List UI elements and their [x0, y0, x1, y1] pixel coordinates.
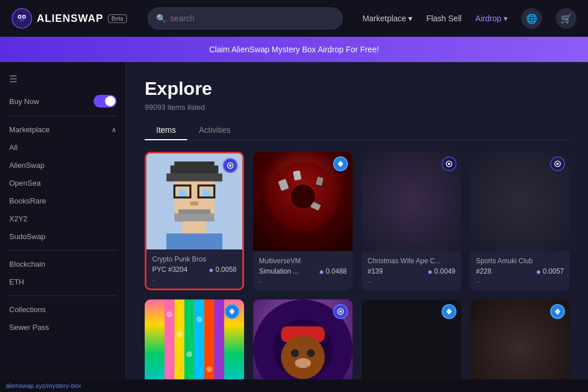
nft-collection-0: Crypto Punk Bros	[152, 255, 237, 263]
globe-button[interactable]: 🌐	[521, 8, 542, 29]
nft-collection-3: Sports Amuki Club	[476, 257, 564, 265]
sidebar-item-all[interactable]: All	[0, 139, 126, 156]
svg-point-39	[167, 312, 172, 317]
svg-point-49	[291, 349, 299, 358]
nft-dash-2: –	[368, 278, 455, 286]
svg-point-6	[20, 20, 24, 22]
statusbar: alienswap.xyz/mystery-box	[0, 379, 588, 392]
svg-rect-20	[167, 233, 222, 249]
svg-point-48	[281, 335, 324, 379]
sidebar-item-sudoswap[interactable]: SudoSwap	[0, 228, 126, 245]
svg-point-4	[19, 16, 21, 18]
nft-card-6[interactable]	[362, 299, 461, 392]
sidebar-divider-3	[9, 295, 117, 296]
nft-card-2[interactable]: Christmas Wife Ape C... #139 ◆ 0.0049 –	[362, 152, 461, 290]
nft-card-3[interactable]: Sports Amuki Club #228 ◆ 0.0057 –	[470, 152, 570, 290]
nft-image-6	[362, 299, 461, 392]
chain-badge-2	[442, 156, 457, 171]
sidebar-item-booksrare[interactable]: BooksRare	[0, 192, 126, 210]
chain-badge-4	[225, 304, 239, 319]
sidebar-item-alienswap[interactable]: AlienSwap	[0, 156, 126, 174]
chain-badge-3	[550, 156, 565, 171]
nft-image-5	[253, 299, 353, 392]
sidebar-item-eth[interactable]: ETH	[0, 273, 126, 291]
sidebar-item-blockchain[interactable]: Blockchain	[0, 255, 126, 273]
svg-rect-35	[184, 299, 194, 392]
tab-items[interactable]: Items	[145, 121, 187, 140]
chevron-down-icon: ▾	[408, 14, 412, 23]
nav-links: Marketplace ▾ Flash Sell Airdrop ▾ 🌐 🛒	[362, 8, 577, 29]
nft-card-7[interactable]	[470, 299, 570, 392]
logo-icon	[11, 8, 32, 29]
nft-bottom-3: #228 ◆ 0.0057	[476, 267, 564, 275]
svg-rect-10	[167, 174, 222, 182]
nft-grid: Crypto Punk Bros PYC #3204 ◆ 0.0058 –	[145, 152, 570, 392]
svg-point-5	[24, 16, 25, 18]
svg-point-30	[448, 163, 450, 165]
page-title: Explore	[145, 78, 570, 99]
sidebar-item-marketplace[interactable]: Marketplace ∧	[0, 121, 126, 139]
nft-image-3	[470, 152, 570, 251]
tab-activities[interactable]: Activities	[187, 121, 242, 140]
chain-badge-1	[333, 156, 348, 171]
nft-info-2: Christmas Wife Ape C... #139 ◆ 0.0049 –	[362, 251, 461, 290]
logo-area[interactable]: ALIENSWAP Beta	[11, 8, 127, 29]
nft-price-3: ◆ 0.0057	[536, 267, 564, 275]
svg-point-22	[229, 164, 231, 167]
svg-rect-12	[179, 190, 187, 198]
sidebar-item-sewer-pass[interactable]: Sewer Pass	[0, 318, 126, 336]
nft-image-2	[362, 152, 461, 251]
nft-dash-1: –	[259, 278, 347, 286]
nft-price-0: ◆ 0.0058	[209, 266, 237, 274]
nft-id-2: #139	[368, 267, 383, 275]
nft-card-5[interactable]	[253, 299, 353, 392]
svg-rect-36	[195, 299, 204, 392]
menu-icon[interactable]: ☰	[9, 74, 17, 84]
nft-card-1[interactable]: MultiverseVM Simulation ... ◆ 0.0488 –	[253, 152, 353, 290]
svg-point-53	[339, 310, 342, 313]
items-count: 99093 items listed	[145, 103, 570, 112]
status-url: alienswap.xyz/mystery-box	[6, 382, 81, 389]
chevron-down-icon: ▾	[504, 14, 508, 23]
search-bar[interactable]: 🔍	[148, 7, 343, 29]
svg-rect-37	[204, 299, 214, 392]
nft-card-0[interactable]: Crypto Punk Bros PYC #3204 ◆ 0.0058 –	[145, 152, 244, 290]
svg-rect-16	[191, 202, 199, 206]
main-layout: ☰ Buy Now Marketplace ∧ All AlienSwap Op…	[0, 62, 588, 392]
sidebar-item-opensea[interactable]: OpenSea	[0, 174, 126, 192]
nft-image-4	[145, 299, 244, 392]
svg-rect-9	[171, 166, 219, 174]
flash-sell-nav-link[interactable]: Flash Sell	[426, 14, 461, 23]
sidebar-item-x2y2[interactable]: X2Y2	[0, 210, 126, 228]
eth-icon-3: ◆	[536, 268, 541, 275]
marketplace-nav-link[interactable]: Marketplace ▾	[362, 14, 412, 23]
buy-now-toggle[interactable]	[94, 95, 117, 107]
nft-price-1: ◆ 0.0488	[319, 267, 347, 275]
nft-collection-2: Christmas Wife Ape C...	[368, 257, 455, 265]
svg-point-42	[196, 316, 202, 322]
cart-button[interactable]: 🛒	[556, 8, 577, 29]
sidebar-divider-1	[9, 116, 117, 116]
chain-badge-0	[223, 158, 238, 173]
nft-dash-3: –	[476, 278, 564, 286]
nft-image-7	[470, 299, 570, 392]
chain-badge-5	[333, 304, 348, 319]
nft-card-4[interactable]	[145, 299, 244, 392]
beta-badge: Beta	[108, 14, 127, 23]
sidebar-item-collections[interactable]: Collections	[0, 301, 126, 318]
chain-badge-6	[442, 304, 457, 319]
svg-point-32	[556, 163, 559, 165]
airdrop-nav-link[interactable]: Airdrop ▾	[475, 14, 508, 23]
nft-image-1	[253, 152, 353, 251]
promo-banner[interactable]: Claim AlienSwap Mystery Box Airdrop For …	[0, 37, 588, 62]
svg-point-43	[206, 366, 212, 372]
nft-bottom-0: PYC #3204 ◆ 0.0058	[152, 266, 237, 274]
logo-text: ALIENSWAP	[37, 13, 103, 25]
svg-point-41	[187, 351, 192, 357]
nft-price-2: ◆ 0.0049	[428, 267, 455, 275]
buy-now-toggle-row: Buy Now	[0, 91, 126, 111]
search-input[interactable]	[171, 14, 334, 23]
nft-id-3: #228	[476, 267, 492, 275]
nft-info-1: MultiverseVM Simulation ... ◆ 0.0488 –	[253, 251, 353, 290]
nft-bottom-2: #139 ◆ 0.0049	[368, 267, 455, 275]
